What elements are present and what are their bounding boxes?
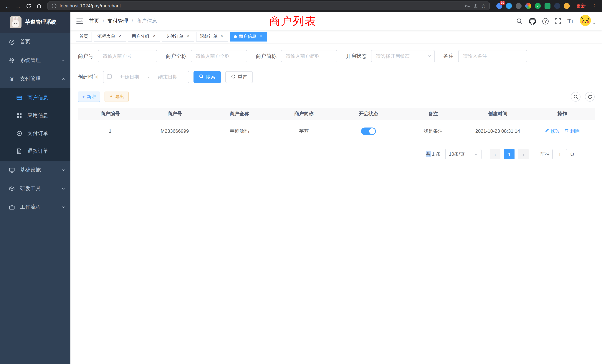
tab-merchant-info[interactable]: 商户信息 × [230, 32, 267, 41]
remark-input[interactable] [458, 50, 527, 62]
edit-link[interactable]: 修改 [545, 128, 560, 134]
export-button[interactable]: 导出 [105, 92, 129, 102]
refresh-table-button[interactable] [585, 92, 595, 102]
extension-icon[interactable]: 10 [496, 3, 502, 9]
sidebar-item-pay-order[interactable]: 支付订单 [0, 125, 70, 142]
browser-update-button[interactable]: 更新 [573, 3, 589, 9]
pagination-total: 共 1 条 [426, 151, 441, 158]
extension-icon[interactable]: ✓ [535, 3, 541, 9]
cell-create-time: 2021-10-23 08:31:14 [465, 128, 530, 134]
share-icon[interactable] [473, 3, 478, 9]
tab-user-group[interactable]: 用户分组 × [128, 32, 160, 41]
plus-icon: + [82, 94, 85, 99]
forward-icon[interactable]: → [13, 1, 23, 11]
tab-close-icon[interactable]: × [185, 34, 191, 39]
column-header: 商户简称 [272, 110, 336, 117]
sidebar-item-dev-tools[interactable]: 研发工具 [0, 179, 70, 198]
sidebar-item-refund-order[interactable]: 退款订单 [0, 142, 70, 160]
reset-button[interactable]: 重置 [225, 71, 253, 83]
extension-icon[interactable] [525, 3, 531, 9]
tab-close-icon[interactable]: × [117, 34, 122, 39]
extension-icon[interactable] [545, 3, 550, 9]
date-separator: - [147, 74, 150, 80]
breadcrumb-item-current: 商户信息 [136, 18, 157, 24]
tab-label: 支付订单 [166, 33, 183, 40]
sidebar-item-app-info[interactable]: 应用信息 [0, 107, 70, 125]
total-suffix: 条 [436, 151, 441, 157]
chevron-down-icon [62, 168, 65, 172]
font-size-icon[interactable]: TT [567, 18, 573, 24]
app-logo[interactable]: 芋道管理系统 [0, 12, 70, 33]
prev-page-button[interactable]: ‹ [490, 149, 500, 159]
tab-home[interactable]: 首页 [76, 32, 92, 41]
back-icon[interactable]: ← [3, 1, 13, 11]
cell-merchant-id: 1 [78, 128, 142, 134]
pagination-goto: 前往 页 [540, 149, 575, 159]
search-icon[interactable] [516, 18, 523, 24]
sidebar-item-payment[interactable]: ¥ 支付管理 [0, 70, 70, 88]
add-button[interactable]: + 新增 [78, 92, 100, 102]
cell-remark: 我是备注 [401, 128, 466, 134]
tab-pay-order[interactable]: 支付订单 × [162, 32, 194, 41]
show-search-toggle-button[interactable] [571, 92, 580, 102]
next-page-button[interactable]: › [518, 149, 529, 159]
home-icon[interactable] [34, 1, 44, 11]
user-menu[interactable] [580, 15, 596, 27]
filter-status: 开启状态 [346, 50, 435, 62]
filter-remark: 备注 [443, 50, 527, 62]
delete-link[interactable]: 删除 [565, 128, 580, 134]
tab-close-icon[interactable]: × [219, 34, 225, 39]
search-button[interactable]: 搜索 [194, 71, 221, 83]
url-text[interactable]: localhost:1024/pay/merchant [60, 3, 462, 9]
reload-icon[interactable] [24, 1, 33, 11]
tab-close-icon[interactable]: × [151, 34, 156, 39]
filter-row-1: 商户号 商户全称 商户简称 开启状态 [78, 50, 595, 62]
field-label: 商户号 [78, 53, 93, 60]
extension-icon[interactable] [506, 3, 512, 9]
cell-merchant-name: 芋道源码 [207, 128, 272, 134]
tab-refund-order[interactable]: 退款订单 × [196, 32, 228, 41]
github-icon[interactable] [529, 18, 536, 25]
tab-label: 商户信息 [239, 33, 257, 40]
sidebar-item-workflow[interactable]: 工作流程 [0, 198, 70, 216]
sidebar-item-merchant-info[interactable]: 商户信息 [0, 89, 70, 107]
sidebar-item-home[interactable]: 首页 [0, 33, 70, 51]
total-prefix: 共 [426, 151, 430, 157]
page-number-button[interactable]: 1 [504, 149, 515, 159]
browser-menu-icon[interactable]: ⋮ [589, 3, 599, 9]
status-select[interactable] [371, 50, 435, 62]
fullscreen-icon[interactable] [555, 18, 561, 24]
breadcrumb: 首页 / 支付管理 / 商户信息 [89, 18, 157, 24]
goto-page-input[interactable] [552, 149, 567, 159]
sidebar-item-label: 支付订单 [27, 130, 48, 137]
merchant-short-input[interactable] [281, 50, 337, 62]
breadcrumb-item[interactable]: 支付管理 [108, 18, 128, 24]
help-icon[interactable]: ? [542, 18, 549, 24]
cell-status [336, 127, 401, 135]
sidebar-item-infra[interactable]: 基础设施 [0, 161, 70, 179]
profile-avatar-icon[interactable] [564, 3, 570, 9]
site-info-icon[interactable] [52, 3, 57, 9]
password-key-icon[interactable] [465, 3, 470, 9]
merchant-no-input[interactable] [98, 50, 157, 62]
dashboard-icon [7, 39, 16, 45]
payment-submenu: 商户信息 应用信息 支付订单 [0, 88, 70, 161]
tab-close-icon[interactable]: × [258, 34, 264, 39]
sidebar-item-label: 系统管理 [20, 57, 41, 64]
merchant-name-input[interactable] [191, 50, 247, 62]
date-range-picker[interactable]: 开始日期 - 结束日期 [103, 71, 189, 83]
page-size-select[interactable]: 10条/页 [445, 149, 482, 159]
hamburger-icon[interactable] [76, 18, 83, 24]
bookmark-star-icon[interactable]: ☆ [481, 3, 486, 9]
address-bar[interactable]: localhost:1024/pay/merchant ☆ [47, 1, 490, 10]
cell-actions: 修改 删除 [530, 128, 595, 134]
viewport: ← → localhost:1024/pay/merchant ☆ 10 [0, 0, 602, 364]
breadcrumb-item[interactable]: 首页 [89, 18, 99, 24]
sidebar-item-system[interactable]: 系统管理 [0, 51, 70, 70]
trash-icon [565, 128, 569, 134]
extension-icon[interactable] [554, 3, 560, 9]
tab-process-form[interactable]: 流程表单 × [94, 32, 126, 41]
page-annotation: 商户列表 [245, 14, 341, 29]
status-toggle[interactable] [361, 127, 376, 135]
extension-icon[interactable] [516, 3, 522, 9]
